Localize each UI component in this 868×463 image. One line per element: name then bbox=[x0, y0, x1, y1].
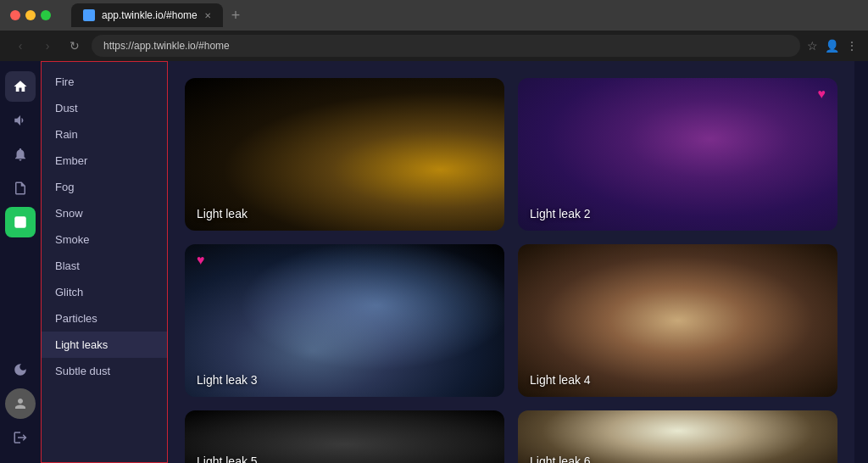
browser-titlebar: app.twinkle.io/#home ✕ + bbox=[0, 0, 868, 31]
card-light-leak-4[interactable]: Light leak 4 bbox=[518, 244, 837, 397]
profile-icon[interactable]: 👤 bbox=[825, 39, 839, 53]
main-content: Light leak ♥ Light leak 2 ♥ Light leak 3… bbox=[168, 61, 854, 463]
audio-nav-icon[interactable] bbox=[5, 105, 36, 136]
signout-icon[interactable] bbox=[5, 422, 36, 453]
close-button[interactable] bbox=[10, 10, 20, 20]
home-nav-icon[interactable] bbox=[5, 71, 36, 102]
card-label-3: Light leak 3 bbox=[197, 373, 258, 387]
minimize-button[interactable] bbox=[25, 10, 36, 20]
tab-label: app.twinkle.io/#home bbox=[102, 9, 198, 21]
card-light-leak-1[interactable]: Light leak bbox=[185, 78, 504, 231]
card-light-leak-2[interactable]: ♥ Light leak 2 bbox=[518, 78, 837, 231]
active-tab[interactable]: app.twinkle.io/#home ✕ bbox=[71, 3, 223, 27]
card-light-leak-5[interactable]: Light leak 5 bbox=[185, 410, 504, 463]
browser-toolbar: ‹ › ↻ https://app.twinkle.io/#home ☆ 👤 ⋮ bbox=[0, 31, 868, 61]
refresh-button[interactable]: ↻ bbox=[64, 36, 85, 56]
card-label-5: Light leak 5 bbox=[197, 455, 258, 463]
sidebar-item-particles[interactable]: Particles bbox=[42, 305, 167, 332]
dark-mode-icon[interactable] bbox=[5, 354, 36, 385]
bookmark-icon[interactable]: ☆ bbox=[807, 39, 818, 53]
back-button[interactable]: ‹ bbox=[10, 36, 31, 56]
right-panel bbox=[854, 61, 868, 463]
active-project-icon[interactable] bbox=[5, 207, 36, 237]
svg-rect-0 bbox=[14, 216, 26, 228]
card-light-leak-6[interactable]: Light leak 6 bbox=[518, 410, 837, 463]
tab-close-icon[interactable]: ✕ bbox=[204, 11, 211, 20]
sidebar-item-glitch[interactable]: Glitch bbox=[42, 279, 167, 305]
notifications-nav-icon[interactable] bbox=[5, 139, 36, 170]
sidebar: Fire Dust Rain Ember Fog Snow Smoke Blas… bbox=[41, 61, 168, 463]
card-heart-2[interactable]: ♥ bbox=[818, 86, 826, 102]
maximize-button[interactable] bbox=[41, 10, 51, 20]
sidebar-item-fire[interactable]: Fire bbox=[42, 69, 167, 95]
documents-nav-icon[interactable] bbox=[5, 173, 36, 204]
toolbar-actions: ☆ 👤 ⋮ bbox=[807, 39, 858, 53]
avatar-icon[interactable] bbox=[5, 388, 36, 419]
new-tab-button[interactable]: + bbox=[226, 5, 246, 26]
tab-bar: app.twinkle.io/#home ✕ + bbox=[71, 3, 858, 27]
sidebar-item-smoke[interactable]: Smoke bbox=[42, 226, 167, 253]
tab-favicon bbox=[83, 9, 95, 21]
sidebar-item-fog[interactable]: Fog bbox=[42, 174, 167, 200]
sidebar-item-blast[interactable]: Blast bbox=[42, 253, 167, 279]
sidebar-item-rain[interactable]: Rain bbox=[42, 121, 167, 148]
address-bar[interactable]: https://app.twinkle.io/#home bbox=[92, 35, 800, 57]
sidebar-item-light-leaks[interactable]: Light leaks bbox=[42, 332, 167, 358]
traffic-lights bbox=[10, 10, 51, 20]
cards-grid: Light leak ♥ Light leak 2 ♥ Light leak 3… bbox=[185, 78, 837, 463]
sidebar-item-subtle-dust[interactable]: Subtle dust bbox=[42, 358, 167, 384]
sidebar-item-snow[interactable]: Snow bbox=[42, 200, 167, 226]
card-heart-3[interactable]: ♥ bbox=[197, 253, 205, 268]
card-label-2: Light leak 2 bbox=[530, 207, 591, 220]
browser-chrome: app.twinkle.io/#home ✕ + ‹ › ↻ https://a… bbox=[0, 0, 868, 61]
icon-rail bbox=[0, 61, 41, 463]
card-label-4: Light leak 4 bbox=[530, 373, 591, 387]
url-text: https://app.twinkle.io/#home bbox=[103, 40, 230, 52]
app-container: Fire Dust Rain Ember Fog Snow Smoke Blas… bbox=[0, 61, 868, 463]
card-label-1: Light leak bbox=[197, 207, 248, 220]
menu-icon[interactable]: ⋮ bbox=[846, 39, 858, 53]
sidebar-item-dust[interactable]: Dust bbox=[42, 95, 167, 121]
sidebar-item-ember[interactable]: Ember bbox=[42, 148, 167, 174]
card-light-leak-3[interactable]: ♥ Light leak 3 bbox=[185, 244, 504, 397]
card-label-6: Light leak 6 bbox=[530, 455, 591, 463]
forward-button[interactable]: › bbox=[37, 36, 58, 56]
